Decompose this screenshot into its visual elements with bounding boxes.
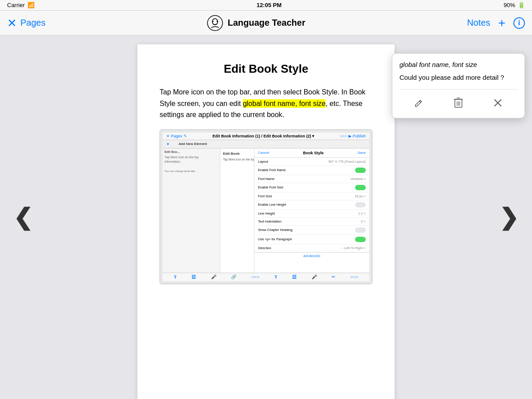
ipad-sidebar: Edit Boo... Tap More icon on the topInfo… <box>163 149 220 273</box>
ipad-toolbar-pen: ✏ <box>332 274 335 280</box>
modal-row-font-size: Font Size 16 px > <box>254 192 369 200</box>
ipad-sidebar-title: Edit Boo... <box>164 150 218 153</box>
ipad-toolbar-text2: 𝐓 <box>274 274 278 280</box>
ipad-nav: ✕ Pages ✎ Edit Book Information (1) / Ed… <box>163 133 369 140</box>
ipad-sidebar-text: Tap More icon on the topInformation. You… <box>164 155 218 174</box>
page-container: Edit Book Style Tap More icon on the top… <box>137 44 395 399</box>
battery-label: 90% <box>504 2 515 8</box>
modal-row-layout: Layout 567 X 776 (Fixed Layout) <box>254 158 369 166</box>
nav-center: Language Teacher <box>207 15 305 31</box>
ipad-body: Edit Boo... Tap More icon on the topInfo… <box>163 149 369 273</box>
nav-bar: ✕ Pages Language Teacher Notes + i <box>0 11 532 35</box>
status-bar: Carrier 📶 12:05 PM 90% 🔋 <box>0 0 532 11</box>
prev-page-button[interactable]: ❮ <box>13 206 33 229</box>
ipad-toolbar-image2: 🖼 <box>292 274 297 280</box>
modal-row-chapter-heading: Show Chapter Heading <box>254 226 369 235</box>
time-label: 12:05 PM <box>257 2 282 8</box>
info-button[interactable]: i <box>513 17 525 29</box>
ipad-toolbar-more2: ○○○ <box>350 274 358 280</box>
ipad-nav-right: ○○○ ▶ Publish <box>340 134 366 138</box>
nav-left: ✕ Pages <box>7 17 46 29</box>
ipad-toolbar-more: ○○○ <box>251 274 259 280</box>
modal-footer: ADVANCED <box>254 252 369 259</box>
ipad-toolbar-mic: 🎤 <box>211 274 216 280</box>
close-button[interactable]: ✕ <box>7 17 17 29</box>
modal-row-direction: Direction → Left To Right > <box>254 244 369 252</box>
note-delete-button[interactable] <box>450 95 466 111</box>
wifi-icon: 📶 <box>27 2 35 8</box>
note-actions <box>399 89 517 111</box>
toggle-chapter-heading <box>355 227 366 233</box>
modal-row-font-name: Font Name Verdana > <box>254 175 369 183</box>
ipad-add-element: Add New Element <box>179 142 207 146</box>
modal-row-font-size-enable: Enable Font Size <box>254 183 369 192</box>
ipad-screen: ✕ Pages ✎ Edit Book Information (1) / Ed… <box>160 130 372 284</box>
toggle-font-name <box>355 168 366 173</box>
toggle-font-size <box>355 185 366 190</box>
svg-point-2 <box>212 20 214 22</box>
next-page-button[interactable]: ❯ <box>499 206 519 229</box>
ipad-top-bar: ✦ Add New Element <box>163 140 369 149</box>
svg-point-0 <box>207 16 223 31</box>
note-popup: global font name, font size Could you pl… <box>392 53 525 118</box>
edit-icon <box>414 98 424 108</box>
ipad-nav-center: Edit Book Information (1) / Edit Book In… <box>212 134 314 138</box>
modal-row-line-height-enable: Enable Line Height <box>254 200 369 210</box>
close-icon <box>493 98 502 107</box>
add-button[interactable]: + <box>498 17 505 29</box>
note-close-button[interactable] <box>490 95 506 111</box>
app-title: Language Teacher <box>227 18 305 28</box>
modal-row-indentation: Text Indentation 0 > <box>254 218 369 226</box>
book-style-modal: Cancel Book Style Save Layout 567 X 776 … <box>254 149 369 273</box>
modal-row-line-height: Line Height 1.2 > <box>254 210 369 218</box>
highlighted-text: global font name, font size <box>243 99 326 108</box>
toggle-line-height <box>355 202 366 207</box>
app-logo <box>207 15 223 31</box>
status-left: Carrier 📶 <box>7 2 35 8</box>
main-area: ❮ Edit Book Style Tap More icon on the t… <box>0 35 532 399</box>
pages-button[interactable]: Pages <box>20 18 46 28</box>
svg-point-3 <box>217 20 218 22</box>
note-edit-button[interactable] <box>411 95 427 111</box>
modal-title: Book Style <box>303 151 324 155</box>
battery-icon: 🔋 <box>518 2 525 8</box>
carrier-label: Carrier <box>7 2 25 8</box>
ipad-tool-icon-1: ✦ <box>166 142 170 146</box>
ipad-toolbar-mic2: 🎤 <box>312 274 317 280</box>
page-body: Tap More icon on the top bar, and then s… <box>160 86 372 121</box>
ipad-toolbar-text: 𝐓 <box>174 274 177 280</box>
nav-right: Notes + i <box>467 17 525 29</box>
ipad-toolbar-link: 🔗 <box>231 274 236 280</box>
ipad-nav-left: ✕ Pages ✎ <box>166 134 187 138</box>
ipad-content: ✦ Add New Element Edit Boo... Tap More i… <box>163 140 369 281</box>
modal-row-paragraph: Use <p> for Paragraph <box>254 235 369 244</box>
ipad-toolbar: 𝐓 🖼 🎤 🔗 ○○○ 𝐓 🖼 🎤 ✏ ○○○ <box>163 273 369 281</box>
ipad-toolbar-image: 🖼 <box>192 274 196 280</box>
modal-cancel: Cancel <box>258 151 269 155</box>
modal-save: Save <box>358 151 366 155</box>
note-title: global font name, font size <box>399 61 517 68</box>
notes-button[interactable]: Notes <box>467 18 490 28</box>
page-title: Edit Book Style <box>160 62 372 76</box>
ipad-main-pane: Edit Book Tap More icon on the top... Ca… <box>220 149 369 273</box>
note-body: Could you please add more detail ? <box>399 73 517 82</box>
modal-header: Cancel Book Style Save <box>254 149 369 158</box>
toggle-paragraph <box>355 237 366 242</box>
status-right: 90% 🔋 <box>504 2 525 8</box>
modal-row-font-name-enable: Enable Font Name <box>254 166 369 175</box>
screenshot-area: ✕ Pages ✎ Edit Book Information (1) / Ed… <box>160 129 372 284</box>
trash-icon <box>454 97 463 109</box>
